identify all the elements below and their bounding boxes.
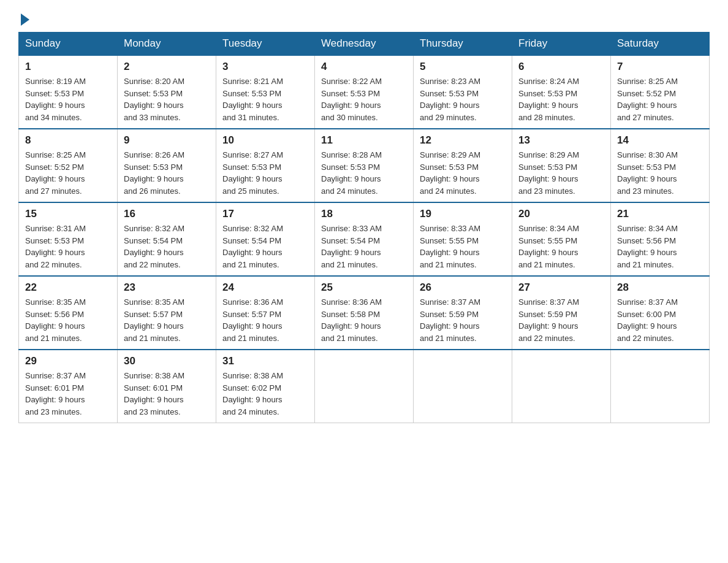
day-info: Sunrise: 8:24 AM Sunset: 5:53 PM Dayligh… [518, 75, 604, 123]
calendar-cell: 30 Sunrise: 8:38 AM Sunset: 6:01 PM Dayl… [118, 350, 216, 423]
day-number: 9 [124, 134, 210, 147]
calendar-cell: 29 Sunrise: 8:37 AM Sunset: 6:01 PM Dayl… [19, 350, 118, 423]
day-number: 22 [25, 282, 111, 294]
calendar-header-tuesday: Tuesday [216, 33, 315, 56]
day-number: 13 [518, 134, 604, 147]
logo [18, 12, 29, 26]
day-info: Sunrise: 8:37 AM Sunset: 6:00 PM Dayligh… [617, 296, 703, 344]
day-info: Sunrise: 8:21 AM Sunset: 5:53 PM Dayligh… [222, 75, 308, 123]
calendar-table: SundayMondayTuesdayWednesdayThursdayFrid… [18, 32, 710, 423]
calendar-header-row: SundayMondayTuesdayWednesdayThursdayFrid… [19, 33, 710, 56]
calendar-week-row: 1 Sunrise: 8:19 AM Sunset: 5:53 PM Dayli… [19, 55, 710, 129]
calendar-week-row: 22 Sunrise: 8:35 AM Sunset: 5:56 PM Dayl… [19, 276, 710, 350]
day-number: 10 [222, 134, 308, 147]
day-info: Sunrise: 8:33 AM Sunset: 5:54 PM Dayligh… [321, 223, 407, 270]
page-header [18, 12, 710, 26]
calendar-cell [512, 350, 611, 423]
day-number: 31 [222, 355, 308, 367]
calendar-cell: 24 Sunrise: 8:36 AM Sunset: 5:57 PM Dayl… [216, 276, 315, 350]
calendar-header-monday: Monday [118, 33, 216, 56]
day-number: 26 [420, 282, 506, 294]
calendar-week-row: 8 Sunrise: 8:25 AM Sunset: 5:52 PM Dayli… [19, 129, 710, 202]
calendar-cell: 12 Sunrise: 8:29 AM Sunset: 5:53 PM Dayl… [414, 129, 512, 202]
day-info: Sunrise: 8:31 AM Sunset: 5:53 PM Dayligh… [25, 223, 111, 270]
day-info: Sunrise: 8:25 AM Sunset: 5:52 PM Dayligh… [617, 75, 703, 123]
day-number: 8 [25, 134, 111, 147]
calendar-cell: 27 Sunrise: 8:37 AM Sunset: 5:59 PM Dayl… [512, 276, 611, 350]
day-number: 25 [321, 282, 407, 294]
calendar-cell: 21 Sunrise: 8:34 AM Sunset: 5:56 PM Dayl… [611, 202, 710, 276]
calendar-cell: 1 Sunrise: 8:19 AM Sunset: 5:53 PM Dayli… [19, 55, 118, 129]
calendar-cell: 3 Sunrise: 8:21 AM Sunset: 5:53 PM Dayli… [216, 55, 315, 129]
calendar-header-friday: Friday [512, 33, 611, 56]
calendar-cell: 20 Sunrise: 8:34 AM Sunset: 5:55 PM Dayl… [512, 202, 611, 276]
day-number: 27 [518, 282, 604, 294]
day-number: 19 [420, 208, 506, 220]
calendar-cell: 14 Sunrise: 8:30 AM Sunset: 5:53 PM Dayl… [611, 129, 710, 202]
day-info: Sunrise: 8:20 AM Sunset: 5:53 PM Dayligh… [124, 75, 210, 123]
day-info: Sunrise: 8:32 AM Sunset: 5:54 PM Dayligh… [124, 223, 210, 270]
day-number: 5 [420, 61, 506, 73]
calendar-cell: 8 Sunrise: 8:25 AM Sunset: 5:52 PM Dayli… [19, 129, 118, 202]
calendar-cell: 13 Sunrise: 8:29 AM Sunset: 5:53 PM Dayl… [512, 129, 611, 202]
day-info: Sunrise: 8:37 AM Sunset: 6:01 PM Dayligh… [25, 370, 111, 418]
day-number: 3 [222, 61, 308, 73]
day-info: Sunrise: 8:29 AM Sunset: 5:53 PM Dayligh… [518, 149, 604, 197]
day-info: Sunrise: 8:38 AM Sunset: 6:01 PM Dayligh… [124, 370, 210, 418]
calendar-header-sunday: Sunday [19, 33, 118, 56]
calendar-cell: 19 Sunrise: 8:33 AM Sunset: 5:55 PM Dayl… [414, 202, 512, 276]
calendar-week-row: 29 Sunrise: 8:37 AM Sunset: 6:01 PM Dayl… [19, 350, 710, 423]
logo-text [18, 12, 29, 26]
calendar-cell: 17 Sunrise: 8:32 AM Sunset: 5:54 PM Dayl… [216, 202, 315, 276]
calendar-cell: 28 Sunrise: 8:37 AM Sunset: 6:00 PM Dayl… [611, 276, 710, 350]
calendar-cell: 9 Sunrise: 8:26 AM Sunset: 5:53 PM Dayli… [118, 129, 216, 202]
day-number: 20 [518, 208, 604, 220]
day-info: Sunrise: 8:35 AM Sunset: 5:57 PM Dayligh… [124, 296, 210, 344]
day-info: Sunrise: 8:34 AM Sunset: 5:56 PM Dayligh… [617, 223, 703, 270]
day-info: Sunrise: 8:35 AM Sunset: 5:56 PM Dayligh… [25, 296, 111, 344]
day-number: 16 [124, 208, 210, 220]
day-info: Sunrise: 8:37 AM Sunset: 5:59 PM Dayligh… [518, 296, 604, 344]
day-number: 12 [420, 134, 506, 147]
calendar-cell: 11 Sunrise: 8:28 AM Sunset: 5:53 PM Dayl… [315, 129, 414, 202]
day-number: 7 [617, 61, 703, 73]
calendar-cell: 18 Sunrise: 8:33 AM Sunset: 5:54 PM Dayl… [315, 202, 414, 276]
day-number: 1 [25, 61, 111, 73]
calendar-cell: 4 Sunrise: 8:22 AM Sunset: 5:53 PM Dayli… [315, 55, 414, 129]
day-info: Sunrise: 8:30 AM Sunset: 5:53 PM Dayligh… [617, 149, 703, 197]
day-number: 4 [321, 61, 407, 73]
day-info: Sunrise: 8:22 AM Sunset: 5:53 PM Dayligh… [321, 75, 407, 123]
calendar-cell: 22 Sunrise: 8:35 AM Sunset: 5:56 PM Dayl… [19, 276, 118, 350]
calendar-cell [315, 350, 414, 423]
day-info: Sunrise: 8:26 AM Sunset: 5:53 PM Dayligh… [124, 149, 210, 197]
day-number: 18 [321, 208, 407, 220]
day-number: 17 [222, 208, 308, 220]
day-info: Sunrise: 8:33 AM Sunset: 5:55 PM Dayligh… [420, 223, 506, 270]
day-number: 6 [518, 61, 604, 73]
calendar-cell: 2 Sunrise: 8:20 AM Sunset: 5:53 PM Dayli… [118, 55, 216, 129]
day-number: 29 [25, 355, 111, 367]
day-info: Sunrise: 8:27 AM Sunset: 5:53 PM Dayligh… [222, 149, 308, 197]
calendar-week-row: 15 Sunrise: 8:31 AM Sunset: 5:53 PM Dayl… [19, 202, 710, 276]
day-number: 21 [617, 208, 703, 220]
calendar-cell: 5 Sunrise: 8:23 AM Sunset: 5:53 PM Dayli… [414, 55, 512, 129]
calendar-cell: 26 Sunrise: 8:37 AM Sunset: 5:59 PM Dayl… [414, 276, 512, 350]
day-info: Sunrise: 8:29 AM Sunset: 5:53 PM Dayligh… [420, 149, 506, 197]
day-info: Sunrise: 8:36 AM Sunset: 5:57 PM Dayligh… [222, 296, 308, 344]
calendar-header-thursday: Thursday [414, 33, 512, 56]
day-info: Sunrise: 8:34 AM Sunset: 5:55 PM Dayligh… [518, 223, 604, 270]
day-number: 11 [321, 134, 407, 147]
day-info: Sunrise: 8:25 AM Sunset: 5:52 PM Dayligh… [25, 149, 111, 197]
day-info: Sunrise: 8:38 AM Sunset: 6:02 PM Dayligh… [222, 370, 308, 418]
day-info: Sunrise: 8:37 AM Sunset: 5:59 PM Dayligh… [420, 296, 506, 344]
calendar-cell: 31 Sunrise: 8:38 AM Sunset: 6:02 PM Dayl… [216, 350, 315, 423]
calendar-cell: 6 Sunrise: 8:24 AM Sunset: 5:53 PM Dayli… [512, 55, 611, 129]
day-info: Sunrise: 8:23 AM Sunset: 5:53 PM Dayligh… [420, 75, 506, 123]
calendar-cell: 16 Sunrise: 8:32 AM Sunset: 5:54 PM Dayl… [118, 202, 216, 276]
logo-triangle-icon [21, 13, 29, 26]
day-number: 24 [222, 282, 308, 294]
calendar-header-wednesday: Wednesday [315, 33, 414, 56]
day-info: Sunrise: 8:32 AM Sunset: 5:54 PM Dayligh… [222, 223, 308, 270]
calendar-cell: 10 Sunrise: 8:27 AM Sunset: 5:53 PM Dayl… [216, 129, 315, 202]
calendar-cell: 23 Sunrise: 8:35 AM Sunset: 5:57 PM Dayl… [118, 276, 216, 350]
